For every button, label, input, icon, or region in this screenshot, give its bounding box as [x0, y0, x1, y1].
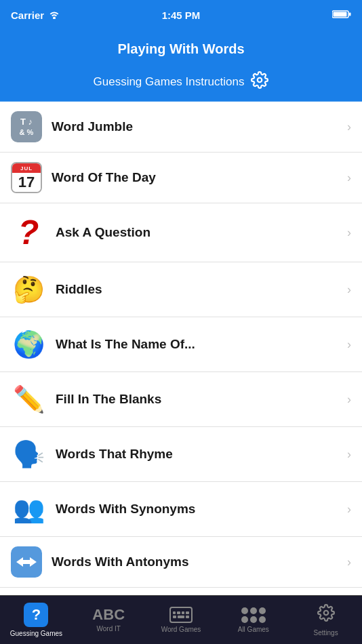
list-item-fill-in-blanks[interactable]: ✏️ Fill In The Blanks ›: [0, 372, 362, 427]
chevron-icon: ›: [347, 171, 351, 185]
riddles-label: Riddles: [56, 282, 347, 297]
globe-icon: 🌍: [11, 327, 46, 362]
people-icon: 👥: [11, 491, 46, 527]
tab-guessing-games[interactable]: ? Guessing Games: [0, 596, 73, 644]
list-item-words-with-synonyms[interactable]: 👥 Words With Synonyms ›: [0, 482, 362, 537]
tab-all-games-label: All Games: [238, 626, 269, 633]
status-bar: Carrier 1:45 PM: [0, 0, 362, 30]
nav-bar: Playing With Words: [0, 30, 362, 68]
riddles-icon: 🤔: [11, 272, 46, 307]
tab-settings-label: Settings: [314, 629, 338, 637]
tab-abc-word-it[interactable]: ABC Word IT: [73, 596, 145, 644]
svg-point-5: [323, 610, 328, 615]
words-that-rhyme-label: Words That Rhyme: [56, 447, 347, 462]
tab-abc-word-it-label: Word IT: [97, 625, 121, 632]
word-jumble-icon: T ♪ & %: [11, 111, 42, 142]
tab-bar: ? Guessing Games ABC Word IT Word Games: [0, 595, 362, 644]
sub-header-text: Guessing Games Instructions: [94, 75, 245, 89]
status-bar-left: Carrier: [11, 9, 60, 21]
nav-title: Playing With Words: [117, 41, 244, 57]
list-item-word-of-the-day[interactable]: JUL 17 Word Of The Day ›: [0, 153, 362, 203]
chevron-icon: ›: [347, 338, 351, 352]
tab-guessing-games-label: Guessing Games: [10, 630, 62, 637]
tab-word-games-label: Word Games: [161, 626, 201, 633]
speaking-head-icon: 🗣️: [11, 437, 46, 472]
pencil-icon: ✏️: [11, 382, 46, 417]
svg-point-3: [258, 77, 262, 82]
arrows-icon: [11, 546, 42, 578]
chevron-icon: ›: [347, 226, 351, 240]
words-with-synonyms-label: Words With Synonyms: [56, 502, 347, 517]
list-item-ask-a-question[interactable]: ? Ask A Question ›: [0, 203, 362, 262]
sub-header: Guessing Games Instructions: [0, 68, 362, 102]
question-mark-icon: ?: [11, 213, 46, 252]
wifi-icon: [48, 9, 60, 21]
svg-rect-1: [334, 12, 347, 16]
list-item-riddles[interactable]: 🤔 Riddles ›: [0, 262, 362, 317]
word-jumble-label: Word Jumble: [52, 119, 347, 134]
chevron-icon: ›: [347, 555, 351, 569]
list-container: T ♪ & % Word Jumble › JUL 17 Word Of The…: [0, 102, 362, 595]
tab-all-games[interactable]: All Games: [217, 596, 289, 644]
fill-in-blanks-label: Fill In The Blanks: [56, 392, 347, 407]
tab-word-games[interactable]: Word Games: [145, 596, 218, 644]
list-item-words-with-antonyms[interactable]: Words With Antonyms ›: [0, 537, 362, 588]
calendar-icon: JUL 17: [11, 162, 42, 193]
ask-a-question-label: Ask A Question: [56, 225, 347, 240]
keyboard-icon: [169, 607, 193, 623]
list-item-word-jumble[interactable]: T ♪ & % Word Jumble ›: [0, 102, 362, 153]
status-bar-time: 1:45 PM: [162, 9, 201, 21]
chevron-icon: ›: [347, 120, 351, 134]
guessing-games-icon: ?: [24, 603, 48, 627]
carrier-label: Carrier: [11, 9, 44, 21]
chevron-icon: ›: [347, 447, 351, 462]
word-of-the-day-label: Word Of The Day: [52, 170, 347, 185]
tab-settings[interactable]: Settings: [289, 596, 362, 644]
list-item-what-is-name[interactable]: 🌍 What Is The Name Of... ›: [0, 317, 362, 372]
all-games-icon: [241, 607, 266, 623]
chevron-icon: ›: [347, 502, 351, 517]
what-is-name-label: What Is The Name Of...: [56, 337, 347, 352]
settings-gear-icon: [317, 604, 335, 626]
battery-icon: [332, 9, 351, 21]
svg-rect-2: [349, 12, 351, 16]
words-with-antonyms-label: Words With Antonyms: [52, 555, 347, 569]
status-bar-right: [332, 9, 351, 21]
abc-icon: ABC: [92, 607, 125, 622]
svg-marker-4: [16, 557, 37, 567]
list-item-words-that-rhyme[interactable]: 🗣️ Words That Rhyme ›: [0, 427, 362, 482]
chevron-icon: ›: [347, 393, 351, 407]
chevron-icon: ›: [347, 283, 351, 297]
gear-settings-button[interactable]: [251, 71, 268, 93]
